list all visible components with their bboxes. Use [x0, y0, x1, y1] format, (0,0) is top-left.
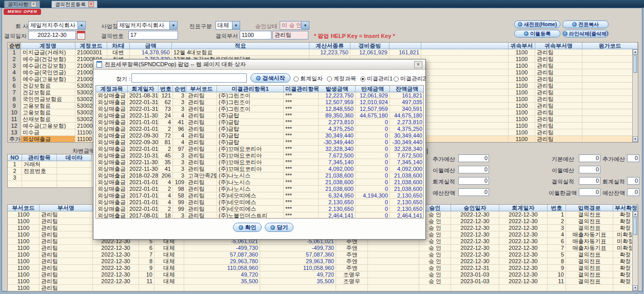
ok-button[interactable]: 확인 [233, 223, 262, 232]
table-row[interactable]: 외상매출금2021-01-01441관리팀(주)금탑***2,273,81002… [96, 119, 423, 126]
scroll-up-icon[interactable]: ▲ [633, 211, 638, 217]
table-row[interactable] [8, 181, 93, 188]
radio-icon [294, 76, 299, 82]
dept-code-field[interactable]: 1100 [240, 31, 271, 40]
budget-field[interactable]: 0 [627, 177, 639, 185]
budget-field[interactable]: 0 [627, 154, 639, 162]
budget-field[interactable]: 0 [458, 154, 489, 162]
table-row[interactable]: 외상매출금2017-08-01183관리팀(주)노블인더스트리***2,464,… [96, 212, 423, 219]
table-row[interactable]: 외상매출금2022-01-01298관리팀(주)나노시스***21,038,60… [96, 186, 423, 192]
search-input[interactable] [131, 73, 247, 83]
resolution-date-input[interactable]: 2022-12-30 [28, 31, 76, 40]
table-row[interactable]: 1100관리팀 [8, 285, 638, 291]
table-row[interactable]: 외상매출금2022-01-01299관리팀(주)네오띠에스***2,130,65… [96, 206, 423, 212]
chevron-down-icon[interactable]: ▼ [77, 22, 85, 29]
table-row[interactable]: 1100관리팀2022-12-308대체29,963,78029,963,780… [8, 258, 638, 265]
column-header: 적요 [172, 43, 309, 49]
tab-voucher-entry[interactable]: 결의전표등록 × [51, 1, 97, 8]
chevron-down-icon[interactable]: ▼ [301, 22, 309, 29]
table-row[interactable]: 외상매출금2022-09-30724관리팀(주)금탑***30,349,4400… [96, 132, 423, 139]
cell: *** [284, 112, 319, 119]
scroll-down-icon[interactable]: ▼ [633, 285, 638, 291]
bottom-grid-scrollbar[interactable]: ▲ ▼ [632, 211, 638, 291]
chevron-down-icon[interactable]: ▼ [232, 22, 240, 29]
table-row[interactable]: 외상매출금2022-09-30814관리팀(주)금탑***-30,349,440… [96, 139, 423, 146]
scroll-down-icon[interactable]: ▼ [633, 136, 638, 142]
delete-line-button[interactable]: 라인삭제(줄삭제) [562, 30, 609, 37]
cell [57, 161, 92, 168]
table-row[interactable]: 외상매출금2018-02-282063고객만족2팀(JJ(주)나노시스***21… [96, 172, 423, 179]
cell: 2021-01-01 [128, 179, 159, 186]
site-select[interactable]: 제일저지주식회사 ▼ [117, 21, 178, 30]
table-row[interactable]: 외상매출금2017-01-01458관리팀(주)네오띠에스***6,324,95… [96, 192, 423, 199]
cell: 2 [8, 168, 22, 174]
table-row[interactable]: 외상매출금2021-08-311213관리팀(주)그린조이***12,223,7… [96, 92, 423, 99]
company-select[interactable]: 제일저지주식회사 ▼ [28, 21, 86, 30]
tab-close-icon[interactable]: × [88, 2, 94, 7]
scroll-thumb[interactable] [633, 218, 637, 235]
close-icon[interactable]: × [414, 61, 422, 68]
cell: 6 [139, 245, 154, 251]
table-row[interactable]: 1100관리팀2022-12-309대체110,058,960110,058,9… [8, 265, 638, 271]
table-row[interactable]: 외상매출금2021-01-01499관리팀(주)네오띠에스***2,130,65… [96, 199, 423, 206]
table-row[interactable]: 외상매출금2022-11-30244관리팀(주)금탑***89,350,3604… [96, 112, 423, 119]
table-row[interactable]: 1100관리팀2022-12-307대체57,087,36057,087,360… [8, 251, 638, 258]
slip-type-select[interactable]: 대체 ▼ [216, 21, 240, 30]
table-row[interactable]: 1100관리팀2022-12-306대체-499,730-499,730주앤승 … [8, 245, 638, 251]
cell [421, 116, 509, 123]
table-row[interactable]: 1100관리팀2022-12-3010대체49,72049,720조명우승 인2… [8, 271, 638, 278]
search-start-button[interactable]: 검색시작 [250, 73, 290, 83]
calendar-icon[interactable] [77, 31, 85, 40]
table-row[interactable]: 외상매출금2021-01-014109관리팀(주)나노시스***21,038,6… [96, 179, 423, 186]
cell: 4 [8, 69, 21, 76]
scroll-track[interactable] [633, 236, 638, 285]
menu-open-badge[interactable]: MENU OPEN [4, 9, 41, 15]
chevron-down-icon[interactable]: ▼ [169, 22, 177, 29]
cell: 8 [139, 258, 154, 265]
table-row[interactable]: 외상매출금2022-01-31623관리팀(주)그린조이***12,507,95… [96, 99, 423, 106]
budget-field[interactable]: 0 [579, 154, 600, 162]
budget-field[interactable]: 0 [579, 166, 600, 173]
budget-label: 이월예산 [552, 167, 574, 174]
scroll-track[interactable] [633, 73, 638, 136]
cell: 2022-12-30 [499, 258, 548, 265]
scroll-up-icon[interactable]: ▲ [633, 49, 638, 55]
voucher-no-input[interactable]: 17 [128, 31, 178, 40]
copy-voucher-button[interactable]: 전표복사 [562, 21, 609, 28]
cell [154, 285, 184, 291]
table-row[interactable]: 외상매출금2022-01-01296관리팀(주)금탑***4,375,25004… [96, 126, 423, 132]
budget-field[interactable]: 0 [458, 188, 489, 196]
table-row[interactable]: 외상매출금2022-11-30353관리팀(주)꼬매요코리아***7,345,1… [96, 159, 423, 166]
dialog-title-bar[interactable]: 전표세부항목(SPNDCDPop) 팝업 -- 웹 페이지 대화 상자 × [93, 60, 425, 70]
scroll-thumb[interactable] [633, 55, 637, 73]
dialog-close-button[interactable]: 닫기 [265, 223, 294, 232]
cell: 관리팀 [535, 109, 582, 116]
table-row[interactable]: 2전표번호 [8, 168, 93, 174]
table-row[interactable]: 외상매출금2022-01-01297관리팀(주)꼬매요코리아***32,328,… [96, 146, 423, 152]
radio-open-item-1[interactable]: 미결관리1 [360, 75, 393, 83]
approval-status-select[interactable]: 미 승 인 ▼ [280, 21, 309, 30]
radio-account-title[interactable]: 계정과목 [327, 75, 356, 83]
table-row[interactable]: 외상매출금2022-01-31733관리팀(주)그린조이***12,848,55… [96, 106, 423, 112]
carryover-register-button[interactable]: 이월등록 [514, 30, 560, 37]
budget-field[interactable]: 0 [458, 166, 489, 173]
radio-accounting-date[interactable]: 회계일자 [294, 75, 323, 83]
table-row[interactable]: 1거래처 [8, 161, 93, 168]
cell: 관리팀 [535, 56, 582, 63]
main-grid-scrollbar[interactable]: ▲ ▼ [632, 49, 638, 142]
table-row[interactable]: 1100관리팀2022-12-3011대체35,50035,500조명우승 인2… [8, 278, 638, 285]
budget-field[interactable]: 0 [579, 177, 600, 185]
cell [368, 285, 419, 291]
table-row[interactable]: 외상매출금2022-10-31453관리팀(주)꼬매요코리아***7,672,5… [96, 152, 423, 159]
table-row[interactable]: 외상매출금2022-11-30413관리팀(주)꼬매요코리아***4,092,0… [96, 166, 423, 172]
cell: 매출자동기표 [566, 245, 613, 251]
new-voucher-button[interactable]: 새전표(Home) [514, 21, 560, 28]
budget-field[interactable]: 0 [579, 188, 600, 196]
tab-close-icon[interactable]: × [31, 2, 36, 7]
radio-open-item-2[interactable]: 미결관리2 [394, 75, 426, 83]
budget-field[interactable]: 0 [627, 188, 639, 196]
table-row[interactable]: 3 [8, 174, 93, 181]
budget-field[interactable]: 0 [458, 177, 489, 185]
table-row[interactable]: 1미지급금(거래처)21000301대변14,378,95012월 4대보험료1… [8, 49, 638, 56]
tab-notice[interactable]: 공지사항 × [4, 1, 40, 8]
